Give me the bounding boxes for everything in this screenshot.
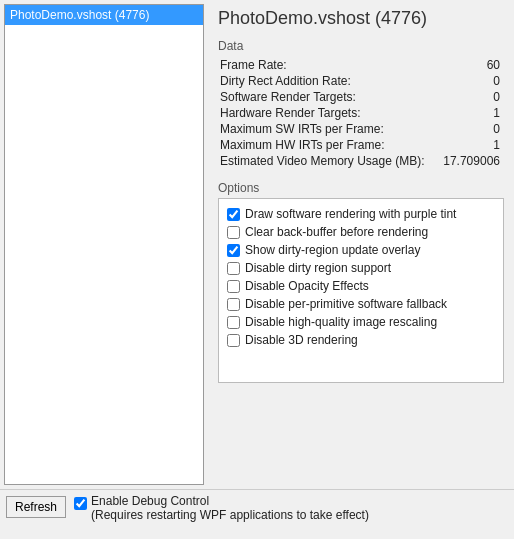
data-key: Estimated Video Memory Usage (MB): <box>218 153 438 169</box>
options-section-label: Options <box>218 181 504 195</box>
data-row: Software Render Targets:0 <box>218 89 504 105</box>
option-label: Show dirty-region update overlay <box>245 243 420 257</box>
left-panel: PhotoDemo.vshost (4776) <box>4 4 204 485</box>
data-value: 0 <box>438 121 504 137</box>
data-key: Hardware Render Targets: <box>218 105 438 121</box>
debug-control-container: Enable Debug Control (Requires restartin… <box>74 494 369 522</box>
option-checkbox[interactable] <box>227 226 240 239</box>
debug-control-checkbox[interactable] <box>74 497 87 510</box>
page-title: PhotoDemo.vshost (4776) <box>218 8 504 29</box>
option-checkbox[interactable] <box>227 244 240 257</box>
option-row: Disable 3D rendering <box>223 331 499 349</box>
data-row: Maximum HW IRTs per Frame:1 <box>218 137 504 153</box>
data-value: 1 <box>438 137 504 153</box>
options-section: Draw software rendering with purple tint… <box>218 198 504 383</box>
data-value: 1 <box>438 105 504 121</box>
option-label: Clear back-buffer before rendering <box>245 225 428 239</box>
option-checkbox[interactable] <box>227 298 240 311</box>
option-row: Clear back-buffer before rendering <box>223 223 499 241</box>
option-checkbox[interactable] <box>227 334 240 347</box>
data-value: 0 <box>438 89 504 105</box>
option-checkbox[interactable] <box>227 280 240 293</box>
data-key: Maximum SW IRTs per Frame: <box>218 121 438 137</box>
option-label: Disable dirty region support <box>245 261 391 275</box>
option-row: Draw software rendering with purple tint <box>223 205 499 223</box>
data-value: 60 <box>438 57 504 73</box>
data-value: 0 <box>438 73 504 89</box>
option-checkbox[interactable] <box>227 208 240 221</box>
data-value: 17.709006 <box>438 153 504 169</box>
data-row: Dirty Rect Addition Rate:0 <box>218 73 504 89</box>
list-item[interactable]: PhotoDemo.vshost (4776) <box>5 5 203 25</box>
option-row: Show dirty-region update overlay <box>223 241 499 259</box>
data-key: Software Render Targets: <box>218 89 438 105</box>
data-row: Frame Rate:60 <box>218 57 504 73</box>
refresh-button[interactable]: Refresh <box>6 496 66 518</box>
data-key: Dirty Rect Addition Rate: <box>218 73 438 89</box>
debug-control-label: Enable Debug Control (Requires restartin… <box>91 494 369 522</box>
option-row: Disable per-primitive software fallback <box>223 295 499 313</box>
option-label: Disable Opacity Effects <box>245 279 369 293</box>
option-checkbox[interactable] <box>227 316 240 329</box>
option-label: Disable 3D rendering <box>245 333 358 347</box>
bottom-bar: Refresh Enable Debug Control (Requires r… <box>0 489 514 539</box>
option-label: Draw software rendering with purple tint <box>245 207 456 221</box>
data-row: Hardware Render Targets:1 <box>218 105 504 121</box>
data-key: Maximum HW IRTs per Frame: <box>218 137 438 153</box>
option-checkbox[interactable] <box>227 262 240 275</box>
data-row: Estimated Video Memory Usage (MB):17.709… <box>218 153 504 169</box>
data-row: Maximum SW IRTs per Frame:0 <box>218 121 504 137</box>
option-label: Disable per-primitive software fallback <box>245 297 447 311</box>
option-row: Disable high-quality image rescaling <box>223 313 499 331</box>
option-label: Disable high-quality image rescaling <box>245 315 437 329</box>
data-key: Frame Rate: <box>218 57 438 73</box>
main-container: PhotoDemo.vshost (4776) PhotoDemo.vshost… <box>0 0 514 489</box>
option-row: Disable Opacity Effects <box>223 277 499 295</box>
right-panel: PhotoDemo.vshost (4776) Data Frame Rate:… <box>208 0 514 489</box>
option-row: Disable dirty region support <box>223 259 499 277</box>
data-section-label: Data <box>218 39 504 53</box>
data-table: Frame Rate:60Dirty Rect Addition Rate:0S… <box>218 57 504 169</box>
